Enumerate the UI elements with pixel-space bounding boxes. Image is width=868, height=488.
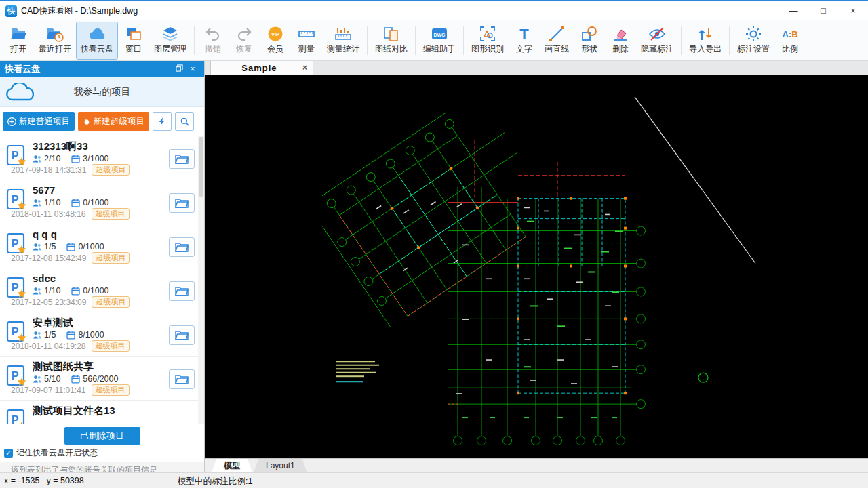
tab-layout1[interactable]: Layout1: [254, 459, 307, 472]
super-project-badge: 超级项目: [92, 164, 130, 176]
toolbar-delete[interactable]: 删除: [605, 22, 636, 60]
scale-ab-icon: A:B: [781, 24, 800, 43]
toolbar-cloud-disk[interactable]: 快看云盘: [76, 22, 118, 60]
toolbar-label: 快看云盘: [81, 43, 113, 55]
project-item[interactable]: P sdcc 1/10 0/1000 2017-12-05 23:34:09 超…: [0, 268, 204, 312]
toolbar-shape-recognition[interactable]: 图形识别: [467, 22, 509, 60]
toolbar-annotation-settings[interactable]: 标注设置: [732, 22, 774, 60]
panel-close-icon[interactable]: ×: [186, 64, 199, 74]
maximize-button[interactable]: □: [808, 1, 838, 20]
project-time: 2017-09-18 14:31:31: [11, 165, 86, 175]
project-list: P 312313啊33 2/10 3/1000 2017-09-18 14:31…: [0, 136, 204, 424]
open-folder-icon: [9, 24, 28, 43]
app-logo-icon: 快: [5, 5, 17, 17]
toolbar-separator: [194, 26, 195, 55]
toolbar-undo[interactable]: 撤销: [197, 22, 229, 60]
app-window: 快 CAD快速看图 - D:\Sample.dwg — □ × 打开 最近打开 …: [0, 0, 868, 488]
project-item[interactable]: P 测试图纸共享 5/10 566/2000 2017-09-07 11:01:…: [0, 357, 204, 401]
cad-drawing[interactable]: [205, 75, 868, 458]
dwg-badge-icon: DWG: [431, 24, 449, 43]
window-title: CAD快速看图 - D:\Sample.dwg: [21, 5, 778, 17]
cloud-panel: 快看云盘 × 我参与的项目 新建普通项目 新建超级项目: [0, 61, 205, 472]
toolbar-label: 图纸对比: [375, 43, 408, 55]
svg-text:VIP: VIP: [271, 31, 279, 37]
open-project-folder-button[interactable]: [169, 237, 195, 257]
line-icon: [548, 24, 566, 43]
toolbar-label: 最近打开: [39, 43, 71, 55]
people-icon: [33, 243, 41, 251]
folder-icon: [175, 154, 189, 164]
calendar-icon: [71, 287, 80, 296]
project-item[interactable]: P q q q 1/5 0/1000 2017-12-08 15:42:49 超…: [0, 224, 204, 268]
new-project-label: 新建普通项目: [19, 116, 70, 127]
toolbar-separator: [415, 26, 416, 55]
folder-icon: [175, 330, 189, 340]
toolbar-recent[interactable]: 最近打开: [34, 22, 76, 60]
toolbar-shapes[interactable]: 形状: [574, 22, 605, 60]
cad-canvas[interactable]: [205, 75, 868, 458]
toolbar-hide-annotations[interactable]: 隐藏标注: [636, 22, 678, 60]
toolbar-line[interactable]: 画直线: [540, 22, 574, 60]
calendar-icon: [66, 331, 75, 340]
recent-open-icon: [46, 24, 64, 43]
refresh-lightning-button[interactable]: [153, 112, 172, 131]
scrollbar-thumb[interactable]: [199, 137, 203, 197]
document-tabbar: Sample ×: [205, 61, 868, 75]
deleted-projects-button[interactable]: 已删除项目: [64, 427, 140, 445]
new-project-button[interactable]: 新建普通项目: [3, 112, 75, 131]
remember-checkbox[interactable]: ✓: [4, 449, 13, 458]
toolbar-import-export[interactable]: 导入导出: [684, 22, 726, 60]
project-time: 2017-12-08 15:42:49: [11, 253, 86, 263]
panel-float-icon[interactable]: [172, 64, 186, 74]
toolbar-measure-stats[interactable]: 测量统计: [322, 22, 364, 60]
project-name: 测试图纸共享: [33, 360, 169, 373]
svg-text:P: P: [12, 414, 19, 424]
project-icon: P: [5, 409, 28, 424]
toolbar-open[interactable]: 打开: [3, 22, 34, 60]
tab-close-icon[interactable]: ×: [302, 63, 307, 73]
toolbar-label: 标注设置: [737, 43, 770, 55]
super-project-badge: 超级项目: [92, 340, 130, 352]
project-item[interactable]: P 测试项目文件名13: [0, 401, 204, 424]
open-project-folder-button[interactable]: [169, 149, 195, 169]
project-name: 测试项目文件名13: [33, 404, 169, 417]
open-project-folder-button[interactable]: [169, 325, 195, 345]
toolbar-layers[interactable]: 图层管理: [149, 22, 191, 60]
close-button[interactable]: ×: [838, 1, 868, 20]
project-item[interactable]: P 5677 1/10 0/1000 2018-01-11 03:48:16 超…: [0, 180, 204, 224]
sheet-count: 566/2000: [71, 374, 118, 384]
calendar-icon: [71, 199, 80, 207]
tab-model[interactable]: 模型: [212, 459, 252, 472]
toolbar-window[interactable]: 窗口: [118, 22, 149, 60]
minimize-button[interactable]: —: [778, 1, 808, 20]
calendar-icon: [66, 243, 75, 251]
open-project-folder-button[interactable]: [169, 281, 195, 301]
toolbar-vip[interactable]: VIP 会员: [260, 22, 291, 60]
toolbar-label: 测量统计: [327, 43, 359, 55]
compare-sheets-icon: [382, 24, 401, 43]
toolbar-edit-assistant[interactable]: DWG 编辑助手: [418, 22, 460, 60]
project-name: q q q: [33, 228, 169, 241]
sheet-count: 0/1000: [71, 286, 108, 296]
list-scrollbar[interactable]: [198, 136, 204, 424]
layers-icon: [161, 24, 180, 43]
open-project-folder-button[interactable]: [169, 369, 195, 389]
search-button[interactable]: [175, 112, 194, 131]
eraser-icon: [612, 24, 630, 43]
toolbar-separator: [729, 26, 730, 55]
calendar-icon: [71, 155, 80, 163]
toolbar-scale[interactable]: A:B 比例: [774, 22, 806, 60]
toolbar-compare[interactable]: 图纸对比: [370, 22, 412, 60]
member-count: 1/10: [33, 198, 60, 207]
new-super-project-button[interactable]: 新建超级项目: [78, 112, 149, 131]
toolbar-redo[interactable]: 恢复: [229, 22, 260, 60]
toolbar-measure[interactable]: 测量: [291, 22, 322, 60]
document-tab[interactable]: Sample ×: [210, 61, 313, 75]
project-item[interactable]: P 安卓测试 1/5 8/1000 2018-01-11 04:19:28 超级…: [0, 312, 204, 357]
svg-text:P: P: [12, 194, 19, 205]
svg-text:A:B: A:B: [782, 29, 797, 39]
toolbar-text[interactable]: T 文字: [509, 22, 540, 60]
toolbar-separator: [367, 26, 368, 55]
open-project-folder-button[interactable]: [169, 193, 195, 213]
project-item[interactable]: P 312313啊33 2/10 3/1000 2017-09-18 14:31…: [0, 136, 204, 180]
